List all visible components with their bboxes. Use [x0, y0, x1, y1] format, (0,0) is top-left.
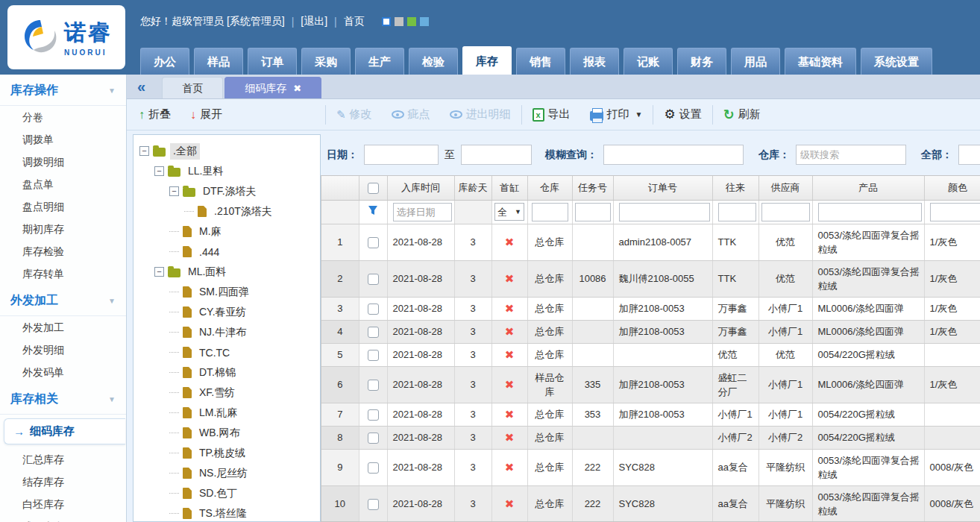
- sidebar-item[interactable]: 分卷: [0, 106, 126, 128]
- close-tab-icon[interactable]: ✖: [293, 78, 301, 99]
- column-filter-input-task[interactable]: [575, 203, 611, 221]
- sidebar-item[interactable]: 库存转单: [0, 262, 126, 285]
- tree-node[interactable]: SD.色丁: [138, 483, 320, 503]
- row-checkbox[interactable]: [368, 327, 379, 338]
- column-filter-input-order[interactable]: [619, 203, 710, 221]
- row-checkbox[interactable]: [368, 304, 379, 315]
- tree-node[interactable]: .210T涤塔夫: [138, 201, 320, 221]
- sidebar-section-header[interactable]: 库存操作▼: [0, 75, 126, 106]
- sidebar-item[interactable]: 外发加工: [0, 316, 126, 339]
- table-row[interactable]: 22021-08-283✖总仓库10086魏川傅2108-0055TTK优范00…: [321, 260, 980, 297]
- nav-tab-1[interactable]: 办公: [140, 48, 189, 75]
- inout-detail-button[interactable]: 进出明细: [450, 107, 511, 122]
- tree-node[interactable]: TC.TC: [138, 342, 320, 362]
- row-checkbox[interactable]: [368, 409, 379, 421]
- column-filter-input-supplier[interactable]: [761, 203, 810, 221]
- tree-node[interactable]: CY.春亚纺: [138, 302, 320, 322]
- column-header-num[interactable]: [321, 176, 359, 200]
- column-header-age[interactable]: 库龄天: [454, 176, 491, 200]
- table-row[interactable]: 82021-08-283✖总仓库小傅厂2小傅厂20054/220G摇粒绒: [321, 426, 980, 449]
- tree-node[interactable]: DT.棉锦: [138, 362, 320, 383]
- table-row[interactable]: 62021-08-283✖样品仓库335加胖2108-0053盛虹二分厂小傅厂1…: [321, 366, 980, 403]
- filter-funnel-icon[interactable]: [368, 205, 378, 219]
- table-row[interactable]: 102021-08-283✖总仓库222SYC828aa复合平隆纺织0053/涤…: [321, 485, 980, 522]
- row-checkbox[interactable]: [368, 433, 379, 444]
- sidebar-item[interactable]: 调拨单: [0, 128, 126, 151]
- tree-expander-icon[interactable]: −: [154, 267, 164, 277]
- date-to-input[interactable]: [461, 145, 532, 165]
- column-header-order[interactable]: 订单号: [613, 176, 712, 200]
- sidebar-item[interactable]: 调拨明细: [0, 151, 126, 173]
- column-header-supplier[interactable]: 供应商: [758, 176, 812, 200]
- tab-home[interactable]: 首页: [162, 77, 223, 98]
- nav-tab-9[interactable]: 报表: [570, 48, 619, 75]
- collapse-button[interactable]: ↑ 折叠: [139, 107, 171, 122]
- tree-node[interactable]: .444: [138, 242, 320, 262]
- settings-button[interactable]: ⚙ 设置: [664, 107, 701, 122]
- table-row[interactable]: 42021-08-283✖总仓库加胖2108-0053万事鑫小傅厂1ML0006…: [321, 320, 980, 343]
- edit-button[interactable]: ✎ 修改: [336, 107, 372, 122]
- column-filter-input-product[interactable]: [818, 203, 922, 221]
- sidebar-item[interactable]: 外发明细: [0, 339, 126, 361]
- select-all-checkbox[interactable]: [368, 183, 379, 194]
- nav-tab-2[interactable]: 样品: [194, 48, 243, 75]
- refresh-button[interactable]: ↻ 刷新: [723, 107, 761, 123]
- column-header-contact[interactable]: 往来: [712, 176, 758, 200]
- row-checkbox[interactable]: [368, 274, 379, 285]
- theme-swatch-icon[interactable]: [407, 17, 416, 26]
- row-checkbox[interactable]: [368, 237, 379, 248]
- tree-node[interactable]: XF.雪纺: [138, 383, 320, 403]
- export-button[interactable]: x 导出: [533, 107, 571, 122]
- nav-tab-4[interactable]: 采购: [301, 48, 351, 75]
- expand-button[interactable]: ↓ 展开: [190, 107, 222, 122]
- defect-button[interactable]: 疵点: [392, 107, 430, 122]
- tab-ximakucun[interactable]: 细码库存 ✖: [224, 77, 321, 98]
- column-header-check[interactable]: [359, 176, 387, 200]
- row-checkbox[interactable]: [368, 462, 379, 474]
- column-header-product[interactable]: 产品: [812, 176, 924, 200]
- sidebar-section-header[interactable]: 外发加工▼: [0, 285, 126, 316]
- theme-swatch-icon[interactable]: [395, 17, 403, 26]
- tree-node[interactable]: WB.网布: [138, 423, 320, 443]
- tree-node[interactable]: LM.乱麻: [138, 403, 320, 423]
- nav-tab-12[interactable]: 用品: [731, 48, 780, 75]
- tree-expander-icon[interactable]: −: [139, 146, 149, 156]
- row-checkbox[interactable]: [368, 380, 379, 391]
- sidebar-item[interactable]: 盘点明细: [0, 195, 126, 218]
- home-link[interactable]: 首页: [344, 15, 365, 28]
- column-filter-input-wh[interactable]: [532, 203, 568, 221]
- tree-node[interactable]: −ML.面料: [138, 262, 320, 282]
- tree-node[interactable]: TP.桃皮绒: [138, 443, 320, 463]
- tree-node[interactable]: −.全部: [138, 141, 320, 161]
- date-filter-input[interactable]: [393, 203, 452, 221]
- column-filter-input-contact[interactable]: [718, 203, 756, 221]
- table-row[interactable]: 72021-08-283✖总仓库353加胖2108-0053小傅厂1小傅厂100…: [321, 403, 980, 426]
- column-header-date[interactable]: 入库时间: [387, 176, 454, 200]
- tree-node[interactable]: NJ.牛津布: [138, 322, 320, 342]
- tree-node[interactable]: −LL.里料: [138, 161, 320, 181]
- tree-node[interactable]: TS.塔丝隆: [138, 503, 320, 522]
- table-row[interactable]: 12021-08-283✖总仓库admin2108-0057TTK优范0053/…: [321, 224, 980, 260]
- tree-expander-icon[interactable]: −: [154, 166, 164, 176]
- sidebar-section-header[interactable]: 库存相关▼: [0, 383, 126, 415]
- sidebar-item[interactable]: 期初库存: [0, 218, 126, 240]
- nav-tab-10[interactable]: 记账: [624, 48, 673, 75]
- sidebar-item[interactable]: 库存检验: [0, 240, 126, 262]
- print-button[interactable]: 打印 ▼: [590, 107, 643, 122]
- theme-swatch-icon[interactable]: [420, 17, 429, 26]
- nav-tab-7[interactable]: 库存: [462, 46, 512, 75]
- nav-tab-13[interactable]: 基础资料: [785, 48, 856, 75]
- all-input[interactable]: [958, 145, 980, 165]
- nav-tab-11[interactable]: 财务: [677, 48, 726, 75]
- sidebar-item[interactable]: 汇总库存: [0, 448, 126, 471]
- column-header-first[interactable]: 首缸: [491, 176, 527, 200]
- nav-tab-14[interactable]: 系统设置: [861, 48, 932, 75]
- logout-link[interactable]: [退出]: [301, 15, 327, 28]
- sidebar-item-active[interactable]: →细码库存: [4, 418, 125, 444]
- row-checkbox[interactable]: [368, 350, 379, 361]
- nav-tab-8[interactable]: 销售: [516, 48, 565, 75]
- tree-node[interactable]: M.麻: [138, 221, 320, 242]
- first-cylinder-select[interactable]: 全▼: [494, 203, 524, 221]
- column-header-wh[interactable]: 仓库: [527, 176, 572, 200]
- nav-tab-5[interactable]: 生产: [355, 48, 404, 75]
